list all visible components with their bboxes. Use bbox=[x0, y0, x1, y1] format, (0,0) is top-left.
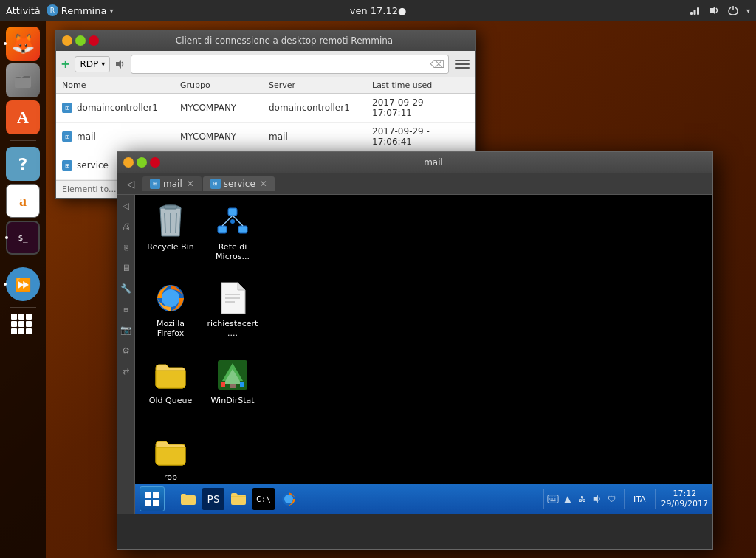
tray-separator-2 bbox=[655, 489, 656, 509]
taskbar-filemanager-icon[interactable] bbox=[227, 488, 250, 510]
network-icon[interactable] bbox=[689, 4, 701, 16]
taskbar-firefox-icon[interactable] bbox=[278, 488, 300, 510]
desktop-icon-recycle-bin[interactable]: Recycle Bin bbox=[141, 201, 200, 275]
search-input[interactable] bbox=[131, 55, 449, 74]
volume-icon[interactable] bbox=[708, 4, 720, 16]
row2-lastused: 2017-09-29 - 17:06:41 bbox=[372, 126, 470, 147]
desktop-icon-document[interactable]: richiestacert.... bbox=[203, 278, 262, 351]
search-clear-icon[interactable]: ⌫ bbox=[430, 58, 444, 70]
add-connection-button[interactable]: + bbox=[61, 57, 70, 71]
taskbar-network-tray-icon[interactable]: 🖧 bbox=[577, 493, 588, 505]
datetime-label: ven 17.12● bbox=[350, 5, 407, 16]
dock-item-remmina[interactable]: ⏩ bbox=[6, 267, 40, 301]
status-text: Elementi to... bbox=[62, 185, 116, 194]
svg-marker-39 bbox=[594, 495, 598, 503]
mail-titlebar: mail bbox=[117, 152, 712, 173]
tab-service[interactable]: ⊞ service ✕ bbox=[203, 176, 275, 191]
panel-right: ▾ bbox=[689, 4, 750, 16]
dock-item-amazon[interactable]: a bbox=[6, 184, 40, 218]
sidebar-print-icon[interactable]: 🖨 bbox=[120, 220, 133, 233]
mail-maximize-button[interactable] bbox=[137, 157, 147, 168]
taskbar-keyboard-icon[interactable] bbox=[547, 493, 559, 505]
remmina-dropdown-icon[interactable]: ▾ bbox=[109, 7, 113, 15]
desktop-icon-firefox[interactable]: Mozilla Firefox bbox=[141, 278, 200, 351]
taskbar-volume-tray-icon[interactable] bbox=[591, 493, 603, 505]
mail-rdp-window: mail ◁ ⊞ mail ✕ ⊞ service ✕ ◁ 🖨 ⎘ 🖥 bbox=[117, 151, 713, 550]
sidebar-settings-icon[interactable]: ⚙ bbox=[120, 344, 133, 357]
dock-item-files[interactable] bbox=[6, 63, 40, 97]
desktop-icon-network[interactable]: Rete di Micros... bbox=[203, 201, 262, 275]
col-group[interactable]: Gruppo bbox=[180, 80, 269, 90]
svg-rect-25 bbox=[145, 492, 151, 498]
taskbar-language-indicator[interactable]: ITA bbox=[630, 495, 649, 504]
service-tab-close-icon[interactable]: ✕ bbox=[260, 179, 267, 189]
tab-mail[interactable]: ⊞ mail ✕ bbox=[142, 176, 202, 191]
sidebar-monitor-icon[interactable]: 🖥 bbox=[120, 261, 133, 275]
search-wrapper: ⌫ bbox=[131, 55, 449, 74]
table-row[interactable]: ⊞ domaincontroller1 MYCOMPANY domaincont… bbox=[56, 94, 475, 123]
sidebar-grid-icon[interactable]: ⊞ bbox=[120, 303, 133, 316]
remmina-close-button[interactable] bbox=[89, 35, 99, 46]
sidebar-back-icon[interactable]: ◁ bbox=[120, 199, 133, 213]
remmina-toolbar: + RDP ▾ ⌫ bbox=[56, 51, 475, 78]
col-name[interactable]: Nome bbox=[62, 80, 180, 90]
dock-item-firefox[interactable]: 🦊 bbox=[6, 27, 40, 61]
taskbar-right-separator bbox=[543, 489, 544, 509]
mail-body: ◁ 🖨 ⎘ 🖥 🔧 ⊞ 📷 ⚙ ⇄ bbox=[117, 195, 712, 514]
sidebar-tools-icon[interactable]: 🔧 bbox=[120, 282, 133, 295]
svg-rect-1 bbox=[693, 10, 695, 15]
table-row[interactable]: ⊞ mail MYCOMPANY mail 2017-09-29 - 17:06… bbox=[56, 123, 475, 151]
svg-rect-8 bbox=[228, 208, 237, 216]
old-queue-image bbox=[153, 357, 188, 393]
windows-taskbar: PS C:\ bbox=[135, 484, 712, 514]
sidebar-camera-icon[interactable]: 📷 bbox=[120, 323, 133, 337]
taskbar-show-hidden-button[interactable]: ▲ bbox=[562, 493, 574, 505]
sidebar-copy-icon[interactable]: ⎘ bbox=[120, 241, 133, 254]
windows-start-button[interactable] bbox=[140, 486, 165, 512]
rdp-dropdown-icon[interactable]: ▾ bbox=[101, 60, 105, 68]
taskbar-security-tray-icon[interactable]: 🛡 bbox=[606, 493, 618, 505]
dock-item-software[interactable]: A bbox=[6, 100, 40, 134]
svg-point-30 bbox=[284, 495, 293, 503]
mail-minimize-button[interactable] bbox=[123, 157, 134, 168]
recycle-bin-image bbox=[153, 204, 188, 239]
rdp-type-button[interactable]: RDP ▾ bbox=[75, 56, 110, 72]
power-icon[interactable] bbox=[727, 4, 739, 16]
document-image bbox=[215, 280, 250, 316]
row2-name-label: mail bbox=[77, 131, 96, 142]
terminal-icon: $_ bbox=[18, 233, 27, 243]
activities-button[interactable]: Attività bbox=[6, 5, 41, 16]
desktop: Attività R Remmina ▾ ven 17.12● bbox=[0, 0, 756, 558]
remmina-panel-label: Remmina bbox=[61, 5, 107, 16]
mail-win-controls bbox=[123, 157, 160, 168]
hamburger-menu-button[interactable] bbox=[453, 55, 471, 73]
remmina-panel-icon: R bbox=[47, 4, 58, 16]
tabs-nav-arrow[interactable]: ◁ bbox=[123, 176, 138, 191]
dock-item-terminal[interactable]: $_ bbox=[6, 221, 40, 255]
network-image bbox=[215, 204, 250, 239]
remmina-maximize-button[interactable] bbox=[75, 35, 86, 46]
svg-rect-23 bbox=[221, 382, 225, 387]
col-lastused[interactable]: Last time used bbox=[372, 80, 470, 90]
audio-icon[interactable] bbox=[114, 58, 126, 70]
desktop-icon-windirstat[interactable]: WinDirStat bbox=[203, 354, 262, 428]
taskbar-clock[interactable]: 17:12 29/09/2017 bbox=[662, 489, 708, 510]
panel-dropdown-icon[interactable]: ▾ bbox=[746, 7, 750, 15]
mail-tab-close-icon[interactable]: ✕ bbox=[187, 179, 194, 189]
dock-separator-2 bbox=[10, 261, 36, 261]
col-server[interactable]: Server bbox=[269, 80, 372, 90]
terminal-active-dot bbox=[5, 236, 8, 239]
show-apps-button[interactable] bbox=[11, 314, 35, 337]
sidebar-share-icon[interactable]: ⇄ bbox=[120, 365, 133, 378]
taskbar-terminal-icon[interactable]: PS bbox=[202, 488, 224, 510]
remmina-minimize-button[interactable] bbox=[62, 35, 72, 46]
taskbar-explorer-icon[interactable] bbox=[177, 488, 199, 510]
desktop-icon-old-queue[interactable]: Old Queue bbox=[141, 354, 200, 428]
taskbar-cmd-icon[interactable]: C:\ bbox=[252, 488, 275, 510]
taskbar-sep-1 bbox=[171, 489, 171, 509]
remmina-indicator[interactable]: R Remmina ▾ bbox=[47, 4, 114, 16]
row1-conn-icon: ⊞ bbox=[62, 103, 72, 113]
svg-rect-10 bbox=[238, 226, 247, 233]
dock-item-help[interactable]: ? bbox=[6, 147, 40, 181]
mail-close-button[interactable] bbox=[150, 157, 160, 168]
